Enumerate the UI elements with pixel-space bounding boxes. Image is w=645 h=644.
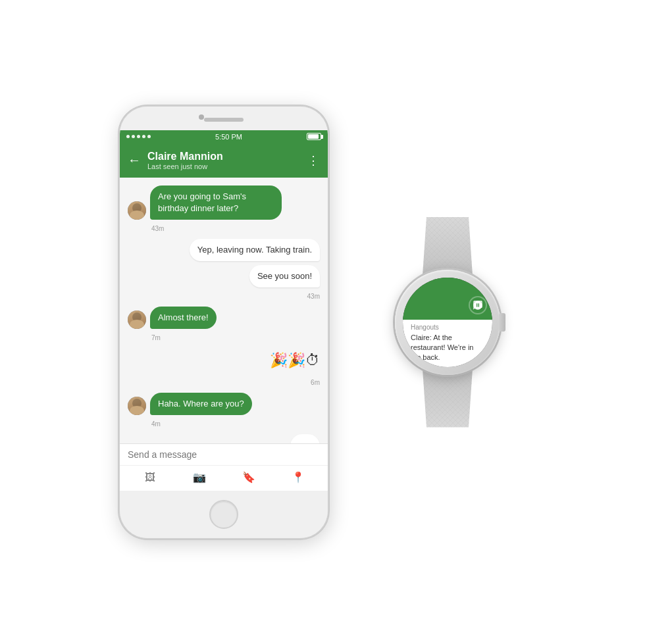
phone-camera	[199, 114, 204, 120]
contact-status: Last seen just now	[147, 162, 307, 170]
location-icon[interactable]: 📍	[290, 470, 306, 485]
home-button[interactable]	[209, 500, 238, 529]
menu-button[interactable]: ⋮	[307, 153, 320, 168]
message-row: Yep, leaving now. Taking train.	[128, 239, 320, 261]
image-icon[interactable]: 🖼	[142, 470, 158, 485]
message-row: 🎉🎉⏱	[128, 348, 320, 374]
input-area: 🖼 📷 🔖 📍	[120, 443, 328, 491]
phone-screen: 5:50 PM ← Claire Mannion Last seen just …	[120, 130, 328, 491]
watch-message: Claire: At the restaurant! We're in the …	[411, 333, 484, 362]
message-bubble: Haha. Where are you?	[150, 393, 252, 415]
watch-device: Hangouts Claire: At the restaurant! We'r…	[369, 217, 527, 428]
message-input-row	[120, 444, 328, 465]
message-bubble: See you soon!	[249, 265, 320, 287]
signal-dots	[126, 135, 151, 138]
message-row: Almost there!	[128, 307, 320, 329]
phone-bottom	[120, 491, 328, 538]
message-timestamp: 6m	[128, 379, 320, 386]
watch-screen-top	[403, 278, 492, 320]
message-row: See you soon!	[128, 265, 320, 287]
message-bubble: 🎉🎉⏱	[270, 348, 320, 374]
header-info: Claire Mannion Last seen just now	[147, 151, 307, 170]
contact-name: Claire Mannion	[147, 151, 307, 162]
camera-icon[interactable]: 📷	[192, 470, 207, 485]
hangouts-icon	[469, 296, 487, 314]
message-row: Are you going to Sam's birthday dinner l…	[128, 186, 320, 220]
message-bubble: Are you going to Sam's birthday dinner l…	[150, 186, 282, 220]
watch-case: Hangouts Claire: At the restaurant! We'r…	[395, 270, 500, 375]
avatar	[128, 310, 146, 329]
watch-screen-bottom: Hangouts Claire: At the restaurant! We'r…	[403, 320, 492, 367]
watch-screen: Hangouts Claire: At the restaurant! We'r…	[403, 278, 492, 367]
message-bubble: Almost there!	[150, 307, 217, 329]
message-row: Haha. Where are you?	[128, 393, 320, 415]
input-icons-bar: 🖼 📷 🔖 📍	[120, 465, 328, 491]
status-time: 5:50 PM	[215, 133, 242, 141]
chat-area: Are you going to Sam's birthday dinner l…	[120, 178, 328, 443]
message-timestamp: 43m	[151, 225, 320, 232]
avatar	[128, 397, 146, 415]
message-timestamp: 7m	[151, 334, 320, 341]
phone-speaker	[204, 118, 244, 122]
message-row: 🚌	[128, 434, 320, 443]
battery-icon	[307, 133, 321, 140]
phone-device: 5:50 PM ← Claire Mannion Last seen just …	[118, 105, 329, 539]
message-timestamp: 4m	[151, 420, 320, 428]
message-bubble: Yep, leaving now. Taking train.	[190, 239, 320, 261]
watch-app-name: Hangouts	[411, 324, 484, 331]
sticker-icon[interactable]: 🔖	[241, 470, 257, 485]
back-button[interactable]: ←	[128, 153, 141, 168]
message-input[interactable]	[128, 449, 320, 460]
app-header: ← Claire Mannion Last seen just now ⋮	[120, 143, 328, 178]
status-bar: 5:50 PM	[120, 130, 328, 143]
avatar	[128, 201, 146, 220]
watch-crown	[499, 313, 505, 332]
message-bubble: 🚌	[290, 434, 320, 443]
message-timestamp: 43m	[128, 293, 320, 300]
phone-top-bar	[120, 107, 328, 130]
